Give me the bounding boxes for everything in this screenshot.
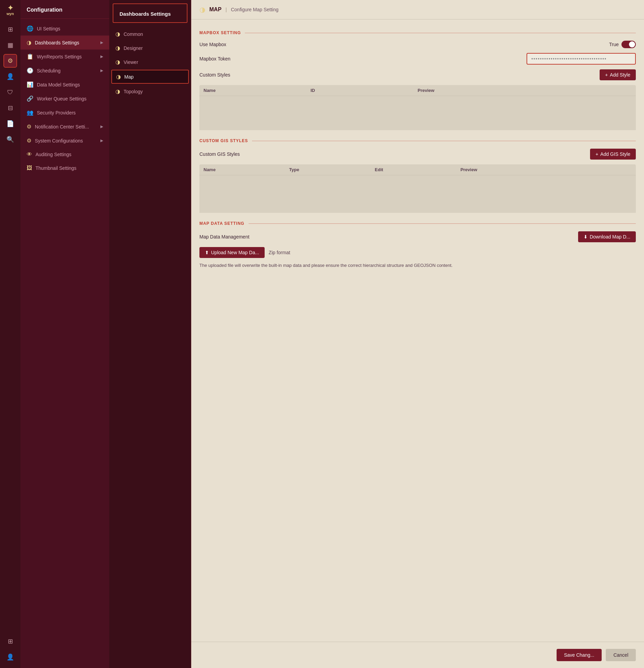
add-gis-button[interactable]: + Add GIS Style <box>590 149 636 160</box>
gear-nav-icon[interactable]: ⚙ <box>3 54 17 68</box>
dash-menu-viewer[interactable]: ◑ Viewer <box>109 55 191 69</box>
download-icon: ⬇ <box>584 234 588 240</box>
app-logo[interactable]: ✦ wyn <box>6 4 14 16</box>
dash-menu-common[interactable]: ◑ Common <box>109 27 191 41</box>
gis-col-name: Name <box>204 167 289 172</box>
globe-icon: 🌐 <box>27 25 33 32</box>
styles-col-preview: Preview <box>418 88 632 93</box>
sidebar-label-notification: Notification Center Setti... <box>35 124 89 129</box>
custom-gis-label: Custom GIS Styles <box>199 151 240 157</box>
gis-col-preview: Preview <box>460 167 632 172</box>
gis-col-type: Type <box>289 167 375 172</box>
half-circle-icon-dash: ◑ <box>27 39 31 46</box>
use-mapbox-toggle[interactable] <box>621 41 636 48</box>
shield-nav-icon[interactable]: 🛡 <box>3 85 17 99</box>
map-data-section-label: MAP DATA SETTING <box>199 221 244 226</box>
grid-nav-icon[interactable]: ⊞ <box>3 23 17 36</box>
dash-menu-map[interactable]: ◑ Map <box>111 70 189 84</box>
dash-label-viewer: Viewer <box>124 59 138 65</box>
gis-table-header: Name Type Edit Preview <box>199 164 636 175</box>
sidebar-label-security: Security Providers <box>37 110 76 115</box>
map-title: MAP <box>209 6 222 13</box>
sidebar-item-wynreports[interactable]: 📋 WynReports Settings ▶ <box>20 50 109 64</box>
search-nav-icon[interactable]: 🔍 <box>3 133 17 146</box>
brand-name: wyn <box>6 12 14 16</box>
config-title: Configuration <box>20 0 109 19</box>
sidebar-label-wynreports: WynReports Settings <box>37 54 82 59</box>
map-subtitle: Configure Map Setting <box>231 7 278 12</box>
gis-section-label: CUSTOM GIS STYLES <box>199 138 248 143</box>
sidebar-item-notification[interactable]: ⚙ Notification Center Setti... ▶ <box>20 120 109 134</box>
custom-gis-row: Custom GIS Styles + Add GIS Style <box>199 149 636 160</box>
custom-styles-row: Custom Styles + Add Style <box>199 69 636 80</box>
zip-format-label: Zip format <box>269 250 290 255</box>
main-content: ◑ MAP | Configure Map Setting MAPBOX SET… <box>191 0 644 668</box>
dash-menu-designer[interactable]: ◑ Designer <box>109 41 191 55</box>
sidebar-label-dashboards-settings: Dashboards Settings <box>35 40 79 45</box>
mapbox-token-label: Mapbox Token <box>199 56 230 62</box>
half-circle-icon-map: ◑ <box>116 73 121 80</box>
sidebar-item-auditing[interactable]: 👁 Auditing Settings <box>20 148 109 161</box>
sidebar-item-worker-queue[interactable]: 🔗 Worker Queue Settings <box>20 92 109 106</box>
chart-icon: 📊 <box>27 81 33 88</box>
doc-icon-wyn: 📋 <box>27 53 33 60</box>
download-map-button[interactable]: ⬇ Download Map D... <box>578 231 636 242</box>
map-data-section-line <box>249 223 636 224</box>
dashboard-nav-icon[interactable]: ▦ <box>3 38 17 52</box>
styles-col-id: ID <box>311 88 418 93</box>
gear-icon-sys: ⚙ <box>27 137 31 144</box>
half-circle-icon-viewer: ◑ <box>115 59 120 65</box>
dash-settings-title: Dashboards Settings <box>113 3 187 23</box>
sidebar-item-ui-settings[interactable]: 🌐 UI Settings <box>20 22 109 36</box>
custom-styles-label: Custom Styles <box>199 72 230 78</box>
clock-icon: 🕐 <box>27 67 33 74</box>
user-nav-icon[interactable]: 👤 <box>3 70 17 83</box>
chevron-right-icon: ▶ <box>100 40 103 45</box>
sidebar-item-data-model[interactable]: 📊 Data Model Settings <box>20 78 109 92</box>
sidebar-label-thumbnail: Thumbnail Settings <box>36 165 76 171</box>
dash-settings-sidebar: Dashboards Settings ◑ Common ◑ Designer … <box>109 0 191 668</box>
sliders-nav-icon[interactable]: ⊟ <box>3 101 17 115</box>
sidebar-item-system-config[interactable]: ⚙ System Configurations ▶ <box>20 134 109 148</box>
footer-actions: Save Chang... Cancel <box>191 642 644 668</box>
doc-nav-icon[interactable]: 📄 <box>3 117 17 131</box>
sidebar-item-thumbnail[interactable]: 🖼 Thumbnail Settings <box>20 161 109 175</box>
profile-nav-icon[interactable]: 👤 <box>3 650 17 664</box>
image-icon: 🖼 <box>27 165 32 171</box>
add-style-btn-label: Add Style <box>610 72 630 78</box>
gis-col-edit: Edit <box>375 167 461 172</box>
sidebar-label-worker-queue: Worker Queue Settings <box>37 96 86 101</box>
use-mapbox-toggle-wrap: True <box>609 41 636 48</box>
sidebar-item-security-providers[interactable]: 👥 Security Providers <box>20 106 109 120</box>
chevron-right-icon-sched: ▶ <box>100 68 103 73</box>
upload-btn-label: Upload New Map Da... <box>211 250 259 255</box>
mapbox-section-line <box>245 33 636 33</box>
sidebar-item-scheduling[interactable]: 🕐 Scheduling ▶ <box>20 64 109 78</box>
half-circle-icon-common: ◑ <box>115 31 120 37</box>
upload-icon: ⬆ <box>205 250 209 255</box>
sidebar-item-dashboards-settings[interactable]: ◑ Dashboards Settings ▶ <box>20 36 109 50</box>
dash-label-designer: Designer <box>124 45 143 51</box>
config-sidebar: Configuration 🌐 UI Settings ◑ Dashboards… <box>20 0 109 668</box>
grid2-nav-icon[interactable]: ⊞ <box>3 635 17 648</box>
chevron-right-icon-wyn: ▶ <box>100 54 103 59</box>
sidebar-label-ui-settings: UI Settings <box>37 26 60 31</box>
mapbox-token-input[interactable] <box>527 53 636 65</box>
cancel-button[interactable]: Cancel <box>606 649 636 661</box>
dash-menu-topology[interactable]: ◑ Topology <box>109 84 191 98</box>
main-body: MAPBOX SETTING Use Mapbox True Mapbox To… <box>191 19 644 642</box>
half-circle-icon-topology: ◑ <box>115 88 120 95</box>
save-changes-button[interactable]: Save Chang... <box>557 649 602 661</box>
gear-icon-notif: ⚙ <box>27 123 31 130</box>
map-data-section-header: MAP DATA SETTING <box>199 221 636 226</box>
map-data-label: Map Data Management <box>199 234 249 240</box>
upload-row: ⬆ Upload New Map Da... Zip format <box>199 247 636 258</box>
dash-label-map: Map <box>124 74 134 80</box>
upload-map-button[interactable]: ⬆ Upload New Map Da... <box>199 247 265 258</box>
gis-table-body <box>199 175 636 213</box>
map-header-icon: ◑ <box>199 5 205 14</box>
add-style-button[interactable]: + Add Style <box>600 69 636 80</box>
mapbox-token-row: Mapbox Token <box>199 53 636 65</box>
gis-section-line <box>252 141 636 141</box>
styles-table-header: Name ID Preview <box>199 85 636 96</box>
